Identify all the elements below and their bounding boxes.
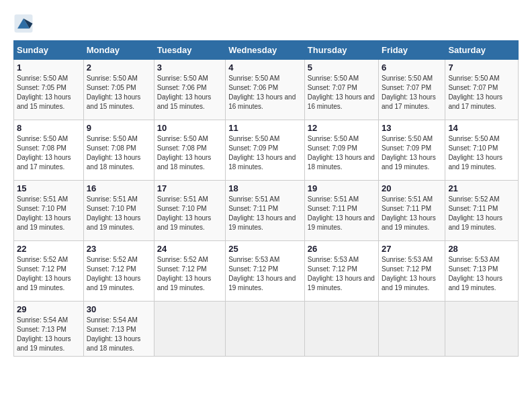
calendar-cell: 17Sunrise: 5:51 AMSunset: 7:10 PMDayligh… xyxy=(154,181,225,241)
day-number: 23 xyxy=(87,244,151,254)
calendar-cell xyxy=(379,302,445,357)
day-info: Sunrise: 5:54 AMSunset: 7:13 PMDaylight:… xyxy=(17,316,81,353)
day-info: Sunrise: 5:52 AMSunset: 7:12 PMDaylight:… xyxy=(87,255,151,293)
calendar-cell: 22Sunrise: 5:52 AMSunset: 7:12 PMDayligh… xyxy=(14,241,84,302)
calendar-cell: 28Sunrise: 5:53 AMSunset: 7:13 PMDayligh… xyxy=(445,241,519,302)
day-number: 8 xyxy=(17,123,81,133)
day-number: 17 xyxy=(157,183,222,193)
day-info: Sunrise: 5:53 AMSunset: 7:12 PMDaylight:… xyxy=(228,255,302,293)
day-info: Sunrise: 5:54 AMSunset: 7:13 PMDaylight:… xyxy=(87,316,151,353)
day-info: Sunrise: 5:52 AMSunset: 7:12 PMDaylight:… xyxy=(157,255,222,293)
logo-icon xyxy=(13,13,34,34)
logo xyxy=(13,13,36,34)
calendar-cell: 19Sunrise: 5:51 AMSunset: 7:11 PMDayligh… xyxy=(304,181,378,241)
day-number: 3 xyxy=(157,62,222,73)
day-number: 21 xyxy=(448,183,515,193)
day-info: Sunrise: 5:51 AMSunset: 7:11 PMDaylight:… xyxy=(308,195,375,232)
day-number: 2 xyxy=(87,62,151,73)
header-row: SundayMondayTuesdayWednesdayThursdayFrid… xyxy=(14,41,519,60)
day-number: 12 xyxy=(308,123,375,133)
day-number: 20 xyxy=(382,183,442,193)
header-day-sunday: Sunday xyxy=(14,41,84,60)
day-number: 25 xyxy=(228,244,302,254)
day-info: Sunrise: 5:50 AMSunset: 7:06 PMDaylight:… xyxy=(228,74,302,111)
day-number: 16 xyxy=(87,183,151,193)
header-day-tuesday: Tuesday xyxy=(154,41,225,60)
calendar-cell xyxy=(226,302,305,357)
calendar-cell xyxy=(445,302,519,357)
calendar-cell: 3Sunrise: 5:50 AMSunset: 7:06 PMDaylight… xyxy=(154,60,225,120)
day-info: Sunrise: 5:50 AMSunset: 7:08 PMDaylight:… xyxy=(157,134,222,172)
day-number: 7 xyxy=(448,62,515,73)
calendar-cell: 16Sunrise: 5:51 AMSunset: 7:10 PMDayligh… xyxy=(83,181,154,241)
calendar-cell xyxy=(304,302,378,357)
day-number: 6 xyxy=(382,62,442,73)
day-info: Sunrise: 5:51 AMSunset: 7:11 PMDaylight:… xyxy=(382,195,442,232)
calendar-cell: 10Sunrise: 5:50 AMSunset: 7:08 PMDayligh… xyxy=(154,120,225,181)
calendar-cell: 5Sunrise: 5:50 AMSunset: 7:07 PMDaylight… xyxy=(304,60,378,120)
day-info: Sunrise: 5:50 AMSunset: 7:07 PMDaylight:… xyxy=(448,74,515,111)
page-header xyxy=(13,13,519,34)
calendar-cell: 9Sunrise: 5:50 AMSunset: 7:08 PMDaylight… xyxy=(83,120,154,181)
day-info: Sunrise: 5:50 AMSunset: 7:09 PMDaylight:… xyxy=(228,134,302,172)
day-number: 9 xyxy=(87,123,151,133)
calendar-cell xyxy=(154,302,225,357)
day-info: Sunrise: 5:50 AMSunset: 7:05 PMDaylight:… xyxy=(17,74,81,111)
header-day-friday: Friday xyxy=(379,41,445,60)
day-number: 14 xyxy=(448,123,515,133)
day-info: Sunrise: 5:51 AMSunset: 7:11 PMDaylight:… xyxy=(228,195,302,232)
calendar-cell: 27Sunrise: 5:53 AMSunset: 7:12 PMDayligh… xyxy=(379,241,445,302)
day-info: Sunrise: 5:50 AMSunset: 7:07 PMDaylight:… xyxy=(382,74,442,111)
calendar-cell: 11Sunrise: 5:50 AMSunset: 7:09 PMDayligh… xyxy=(226,120,305,181)
day-info: Sunrise: 5:51 AMSunset: 7:10 PMDaylight:… xyxy=(157,195,222,232)
day-number: 30 xyxy=(87,304,151,314)
calendar-cell: 24Sunrise: 5:52 AMSunset: 7:12 PMDayligh… xyxy=(154,241,225,302)
calendar-cell: 1Sunrise: 5:50 AMSunset: 7:05 PMDaylight… xyxy=(14,60,84,120)
day-info: Sunrise: 5:50 AMSunset: 7:08 PMDaylight:… xyxy=(87,134,151,172)
day-info: Sunrise: 5:52 AMSunset: 7:12 PMDaylight:… xyxy=(17,255,81,293)
calendar-cell: 23Sunrise: 5:52 AMSunset: 7:12 PMDayligh… xyxy=(83,241,154,302)
calendar-cell: 8Sunrise: 5:50 AMSunset: 7:08 PMDaylight… xyxy=(14,120,84,181)
day-number: 4 xyxy=(228,62,302,73)
calendar-cell: 12Sunrise: 5:50 AMSunset: 7:09 PMDayligh… xyxy=(304,120,378,181)
day-info: Sunrise: 5:53 AMSunset: 7:12 PMDaylight:… xyxy=(308,255,375,293)
calendar-week-row: 22Sunrise: 5:52 AMSunset: 7:12 PMDayligh… xyxy=(14,241,519,302)
day-info: Sunrise: 5:50 AMSunset: 7:05 PMDaylight:… xyxy=(87,74,151,111)
day-info: Sunrise: 5:50 AMSunset: 7:07 PMDaylight:… xyxy=(308,74,375,111)
header-day-thursday: Thursday xyxy=(304,41,378,60)
day-number: 27 xyxy=(382,244,442,254)
day-info: Sunrise: 5:50 AMSunset: 7:06 PMDaylight:… xyxy=(157,74,222,111)
calendar-cell: 6Sunrise: 5:50 AMSunset: 7:07 PMDaylight… xyxy=(379,60,445,120)
day-number: 26 xyxy=(308,244,375,254)
day-number: 10 xyxy=(157,123,222,133)
calendar-cell: 7Sunrise: 5:50 AMSunset: 7:07 PMDaylight… xyxy=(445,60,519,120)
day-info: Sunrise: 5:50 AMSunset: 7:09 PMDaylight:… xyxy=(308,134,375,172)
header-day-monday: Monday xyxy=(83,41,154,60)
calendar-week-row: 1Sunrise: 5:50 AMSunset: 7:05 PMDaylight… xyxy=(14,60,519,120)
calendar-cell: 30Sunrise: 5:54 AMSunset: 7:13 PMDayligh… xyxy=(83,302,154,357)
day-info: Sunrise: 5:53 AMSunset: 7:12 PMDaylight:… xyxy=(382,255,442,293)
calendar-table: SundayMondayTuesdayWednesdayThursdayFrid… xyxy=(13,40,519,357)
day-info: Sunrise: 5:50 AMSunset: 7:09 PMDaylight:… xyxy=(382,134,442,172)
calendar-cell: 15Sunrise: 5:51 AMSunset: 7:10 PMDayligh… xyxy=(14,181,84,241)
day-number: 11 xyxy=(228,123,302,133)
day-info: Sunrise: 5:50 AMSunset: 7:08 PMDaylight:… xyxy=(17,134,81,172)
calendar-cell: 4Sunrise: 5:50 AMSunset: 7:06 PMDaylight… xyxy=(226,60,305,120)
calendar-cell: 13Sunrise: 5:50 AMSunset: 7:09 PMDayligh… xyxy=(379,120,445,181)
calendar-week-row: 29Sunrise: 5:54 AMSunset: 7:13 PMDayligh… xyxy=(14,302,519,357)
day-info: Sunrise: 5:53 AMSunset: 7:13 PMDaylight:… xyxy=(448,255,515,293)
calendar-cell: 20Sunrise: 5:51 AMSunset: 7:11 PMDayligh… xyxy=(379,181,445,241)
calendar-week-row: 15Sunrise: 5:51 AMSunset: 7:10 PMDayligh… xyxy=(14,181,519,241)
day-info: Sunrise: 5:50 AMSunset: 7:10 PMDaylight:… xyxy=(448,134,515,172)
header-day-saturday: Saturday xyxy=(445,41,519,60)
header-day-wednesday: Wednesday xyxy=(226,41,305,60)
day-number: 22 xyxy=(17,244,81,254)
day-info: Sunrise: 5:51 AMSunset: 7:10 PMDaylight:… xyxy=(87,195,151,232)
day-number: 18 xyxy=(228,183,302,193)
day-number: 24 xyxy=(157,244,222,254)
calendar-week-row: 8Sunrise: 5:50 AMSunset: 7:08 PMDaylight… xyxy=(14,120,519,181)
calendar-cell: 25Sunrise: 5:53 AMSunset: 7:12 PMDayligh… xyxy=(226,241,305,302)
day-number: 13 xyxy=(382,123,442,133)
day-number: 15 xyxy=(17,183,81,193)
day-number: 5 xyxy=(308,62,375,73)
